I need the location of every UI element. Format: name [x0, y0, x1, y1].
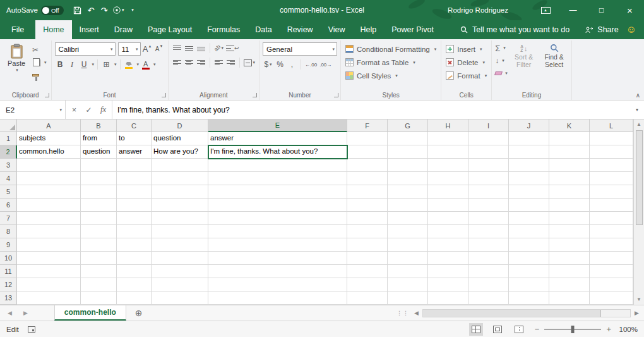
cell-C2[interactable]: answer: [117, 145, 152, 159]
font-color-button[interactable]: A: [140, 59, 151, 70]
cell-E9[interactable]: [208, 238, 347, 252]
top-align-button[interactable]: [172, 42, 182, 54]
scroll-up-icon[interactable]: ▲: [636, 121, 641, 128]
cell-B7[interactable]: [81, 212, 117, 225]
cell-B4[interactable]: [81, 172, 117, 185]
cell-J11[interactable]: [509, 265, 549, 278]
cell-L9[interactable]: [590, 238, 633, 252]
cell-J6[interactable]: [509, 199, 549, 212]
sheet-tab-common-hello[interactable]: common-hello: [54, 305, 126, 321]
cell-C9[interactable]: [117, 238, 152, 252]
alignment-dialog-launcher[interactable]: [253, 93, 257, 97]
tab-insert[interactable]: Insert: [72, 20, 107, 39]
cell-L3[interactable]: [590, 159, 633, 172]
horizontal-scroll-thumb[interactable]: [423, 310, 601, 317]
cell-J8[interactable]: [509, 225, 549, 238]
format-as-table-button[interactable]: Format as Table ▾: [344, 56, 438, 69]
cell-G2[interactable]: [388, 145, 428, 159]
cell-A1[interactable]: subjects: [17, 132, 81, 145]
cell-J10[interactable]: [509, 252, 549, 265]
cell-L7[interactable]: [590, 212, 633, 225]
row-header-13[interactable]: 13: [0, 291, 17, 305]
increase-decimal-button[interactable]: ←.00: [304, 59, 318, 70]
cell-E2[interactable]: I'm fine, thanks. What about you?: [208, 145, 347, 159]
cell-K11[interactable]: [549, 265, 590, 278]
fill-color-button[interactable]: [124, 59, 134, 70]
tab-formulas[interactable]: Formulas: [200, 20, 247, 39]
insert-function-button[interactable]: fx: [96, 101, 110, 119]
align-right-button[interactable]: [196, 57, 206, 68]
cell-I9[interactable]: [468, 238, 509, 252]
cell-I1[interactable]: [468, 132, 509, 145]
row-header-12[interactable]: 12: [0, 278, 17, 291]
tab-view[interactable]: View: [321, 20, 353, 39]
comma-style-button[interactable]: ,: [287, 59, 297, 70]
cell-F2[interactable]: [347, 145, 388, 159]
undo-button[interactable]: ↶: [85, 2, 97, 18]
cell-F12[interactable]: [347, 278, 388, 291]
cell-G10[interactable]: [388, 252, 428, 265]
cell-D11[interactable]: [152, 265, 208, 278]
cell-C11[interactable]: [117, 265, 152, 278]
new-sheet-button[interactable]: ⊕: [126, 305, 152, 321]
accounting-format-button[interactable]: $▾: [263, 59, 273, 70]
cell-L11[interactable]: [590, 265, 633, 278]
feedback-smiley-button[interactable]: ☺: [621, 20, 644, 39]
row-header-3[interactable]: 3: [0, 159, 17, 172]
cell-H13[interactable]: [428, 291, 468, 305]
cell-K13[interactable]: [549, 291, 590, 305]
tab-home[interactable]: Home: [35, 20, 71, 39]
scroll-left-icon[interactable]: ◀: [412, 310, 421, 316]
cell-L8[interactable]: [590, 225, 633, 238]
vertical-scroll-thumb[interactable]: [636, 130, 643, 225]
cell-F4[interactable]: [347, 172, 388, 185]
cell-E12[interactable]: [208, 278, 347, 291]
cell-D8[interactable]: [152, 225, 208, 238]
borders-button[interactable]: ⊞: [101, 59, 112, 70]
cell-J5[interactable]: [509, 185, 549, 199]
cell-A5[interactable]: [17, 185, 81, 199]
cell-J9[interactable]: [509, 238, 549, 252]
orientation-button[interactable]: ab▾: [213, 42, 225, 54]
cell-A4[interactable]: [17, 172, 81, 185]
column-header-J[interactable]: J: [509, 119, 549, 132]
cell-J2[interactable]: [509, 145, 549, 159]
cell-D7[interactable]: [152, 212, 208, 225]
cell-D3[interactable]: [152, 159, 208, 172]
cell-C4[interactable]: [117, 172, 152, 185]
cell-G5[interactable]: [388, 185, 428, 199]
cell-E13[interactable]: [208, 291, 347, 305]
cell-C13[interactable]: [117, 291, 152, 305]
cell-C6[interactable]: [117, 199, 152, 212]
align-left-button[interactable]: [172, 57, 182, 68]
sort-filter-button[interactable]: AZ ↓ Sort & Filter: [510, 42, 538, 78]
cell-L1[interactable]: [590, 132, 633, 145]
sheet-nav-left-button[interactable]: ◀: [8, 310, 12, 316]
cell-B9[interactable]: [81, 238, 117, 252]
cell-C8[interactable]: [117, 225, 152, 238]
cell-I4[interactable]: [468, 172, 509, 185]
merge-center-button[interactable]: ▾: [243, 57, 256, 68]
cell-F1[interactable]: [347, 132, 388, 145]
underline-button[interactable]: U: [79, 59, 90, 70]
page-layout-view-button[interactable]: [491, 323, 504, 336]
percent-style-button[interactable]: %: [275, 59, 285, 70]
cell-K7[interactable]: [549, 212, 590, 225]
tab-review[interactable]: Review: [280, 20, 321, 39]
cell-B2[interactable]: question: [81, 145, 117, 159]
delete-cells-button[interactable]: Delete ▾: [444, 56, 488, 69]
cell-H5[interactable]: [428, 185, 468, 199]
cell-F9[interactable]: [347, 238, 388, 252]
cell-H10[interactable]: [428, 252, 468, 265]
cell-F11[interactable]: [347, 265, 388, 278]
redo-button[interactable]: ↷: [98, 2, 110, 18]
cell-C10[interactable]: [117, 252, 152, 265]
cell-L5[interactable]: [590, 185, 633, 199]
column-header-A[interactable]: A: [17, 119, 81, 132]
cell-L6[interactable]: [590, 199, 633, 212]
save-button[interactable]: [71, 2, 84, 18]
cell-I8[interactable]: [468, 225, 509, 238]
cell-C7[interactable]: [117, 212, 152, 225]
paste-button[interactable]: Paste ▾: [3, 42, 30, 80]
clear-button[interactable]: ▾: [495, 68, 508, 78]
